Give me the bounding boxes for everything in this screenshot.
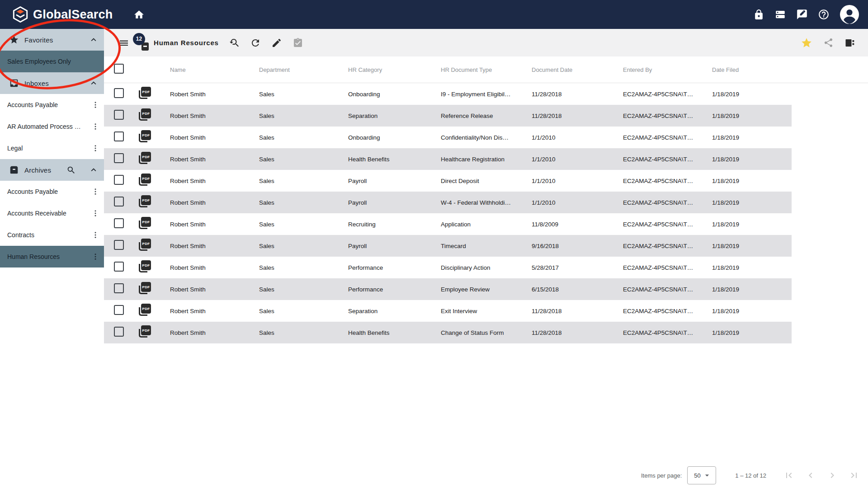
- cell-hr-category: Payroll: [348, 243, 441, 249]
- row-checkbox[interactable]: [114, 327, 124, 337]
- pdf-document-icon[interactable]: PDF: [138, 87, 151, 99]
- table-row[interactable]: PDF Robert Smith Sales Health Benefits C…: [104, 322, 792, 343]
- previous-page-button[interactable]: [805, 470, 816, 481]
- home-button[interactable]: [133, 9, 145, 20]
- cell-hr-category: Onboarding: [348, 91, 441, 98]
- select-all-checkbox[interactable]: [114, 64, 124, 74]
- table-row[interactable]: PDF Robert Smith Sales Health Benefits H…: [104, 148, 792, 170]
- sidebar-item-sales-employees-only[interactable]: Sales Employees Only: [0, 51, 104, 72]
- chevron-up-icon[interactable]: [89, 35, 99, 45]
- toggle-panel-button[interactable]: [844, 38, 855, 48]
- cell-hr-category: Onboarding: [348, 134, 441, 141]
- sidebar-section-favorites[interactable]: Favorites: [0, 29, 104, 51]
- kebab-menu-icon[interactable]: [91, 231, 99, 239]
- caret-down-icon: [703, 471, 712, 480]
- pdf-document-icon[interactable]: PDF: [138, 217, 151, 230]
- row-checkbox[interactable]: [114, 262, 124, 272]
- table-row[interactable]: PDF Robert Smith Sales Payroll W-4 - Fed…: [104, 192, 792, 213]
- cell-department: Sales: [259, 308, 348, 314]
- table-row[interactable]: PDF Robert Smith Sales Recruiting Applic…: [104, 213, 792, 235]
- sidebar: Favorites Sales Employees Only Inboxes A…: [0, 29, 104, 488]
- edit-button[interactable]: [271, 38, 282, 48]
- table-row[interactable]: PDF Robert Smith Sales Onboarding Confid…: [104, 127, 792, 148]
- queues-button[interactable]: [774, 9, 786, 20]
- favorite-star-button[interactable]: [801, 37, 812, 49]
- share-icon: [823, 38, 834, 48]
- sidebar-item-legal[interactable]: Legal: [0, 137, 104, 159]
- feedback-button[interactable]: [796, 9, 808, 20]
- last-page-button[interactable]: [849, 470, 859, 481]
- cell-entered-by: EC2AMAZ-4P5CSNA\T…: [623, 243, 712, 249]
- row-checkbox[interactable]: [114, 197, 124, 206]
- sidebar-item-contracts[interactable]: Contracts: [0, 224, 104, 246]
- next-page-button[interactable]: [827, 470, 838, 481]
- cell-hr-category: Recruiting: [348, 221, 441, 228]
- kebab-menu-icon[interactable]: [91, 144, 99, 152]
- row-checkbox[interactable]: [114, 305, 124, 315]
- row-checkbox[interactable]: [114, 283, 124, 293]
- pdf-document-icon[interactable]: PDF: [138, 325, 151, 338]
- account-avatar[interactable]: [840, 5, 859, 24]
- sidebar-section-archives[interactable]: Archives: [0, 159, 104, 181]
- previous-page-icon: [805, 470, 816, 481]
- table-row[interactable]: PDF Robert Smith Sales Separation Exit I…: [104, 300, 792, 322]
- row-checkbox[interactable]: [114, 218, 124, 228]
- cell-date-filed: 1/18/2019: [712, 113, 792, 119]
- row-checkbox[interactable]: [114, 131, 124, 141]
- column-header-date-filed: Date Filed: [712, 66, 792, 73]
- sidebar-item-accounts-payable-archive[interactable]: Accounts Payable: [0, 181, 104, 202]
- row-checkbox[interactable]: [114, 153, 124, 163]
- table-row[interactable]: PDF Robert Smith Sales Payroll Timecard …: [104, 235, 792, 257]
- sidebar-item-human-resources[interactable]: Human Resources: [0, 246, 104, 267]
- kebab-menu-icon[interactable]: [91, 188, 99, 196]
- queues-icon: [774, 9, 786, 20]
- kebab-menu-icon[interactable]: [91, 122, 99, 131]
- cell-hr-category: Payroll: [348, 199, 441, 206]
- table-row[interactable]: PDF Robert Smith Sales Performance Emplo…: [104, 278, 792, 300]
- cell-document-date: 1/1/2010: [532, 156, 623, 163]
- kebab-menu-icon[interactable]: [91, 209, 99, 217]
- pdf-document-icon[interactable]: PDF: [138, 195, 151, 208]
- chevron-up-icon[interactable]: [89, 78, 99, 88]
- lock-button[interactable]: [753, 9, 764, 20]
- pdf-document-icon[interactable]: PDF: [138, 260, 151, 273]
- kebab-menu-icon[interactable]: [91, 101, 99, 109]
- cell-date-filed: 1/18/2019: [712, 91, 792, 98]
- pdf-document-icon[interactable]: PDF: [138, 239, 151, 251]
- row-checkbox[interactable]: [114, 110, 124, 120]
- search-icon[interactable]: [66, 165, 76, 175]
- results-menu-button[interactable]: [118, 38, 129, 48]
- pdf-document-icon[interactable]: PDF: [138, 108, 151, 121]
- row-checkbox[interactable]: [114, 240, 124, 250]
- sidebar-section-inboxes[interactable]: Inboxes: [0, 72, 104, 94]
- page-size-select[interactable]: 50: [687, 466, 716, 484]
- pdf-document-icon[interactable]: PDF: [138, 282, 151, 295]
- sidebar-item-ar-automated-process[interactable]: AR Automated Process …: [0, 116, 104, 137]
- app-logo: GlobalSearch: [12, 6, 113, 23]
- chevron-up-icon[interactable]: [89, 165, 99, 175]
- first-page-button[interactable]: [783, 470, 794, 481]
- pdf-document-icon[interactable]: PDF: [138, 130, 151, 143]
- items-per-page-label: Items per page:: [641, 472, 682, 479]
- cell-document-date: 5/28/2017: [532, 264, 623, 271]
- pdf-document-icon[interactable]: PDF: [138, 174, 151, 186]
- column-header-document-date: Document Date: [532, 66, 623, 73]
- sidebar-item-accounts-payable-inbox[interactable]: Accounts Payable: [0, 94, 104, 116]
- refine-search-button[interactable]: [229, 38, 240, 48]
- pdf-document-icon[interactable]: PDF: [138, 152, 151, 164]
- kebab-menu-icon[interactable]: [91, 253, 99, 261]
- table-row[interactable]: PDF Robert Smith Sales Payroll Direct De…: [104, 170, 792, 192]
- cell-hr-document-type: Change of Status Form: [441, 329, 532, 336]
- table-row[interactable]: PDF Robert Smith Sales Separation Refere…: [104, 105, 792, 127]
- pdf-document-icon[interactable]: PDF: [138, 304, 151, 316]
- tasks-button[interactable]: [292, 38, 303, 48]
- sidebar-item-accounts-receivable[interactable]: Accounts Receivable: [0, 202, 104, 224]
- refresh-button[interactable]: [250, 38, 261, 48]
- table-row[interactable]: PDF Robert Smith Sales Onboarding I9 - E…: [104, 83, 792, 105]
- share-button[interactable]: [823, 38, 834, 48]
- row-checkbox[interactable]: [114, 175, 124, 185]
- table-row[interactable]: PDF Robert Smith Sales Performance Disci…: [104, 257, 792, 278]
- help-button[interactable]: [818, 9, 830, 20]
- row-checkbox[interactable]: [114, 88, 124, 98]
- refresh-icon: [250, 38, 261, 48]
